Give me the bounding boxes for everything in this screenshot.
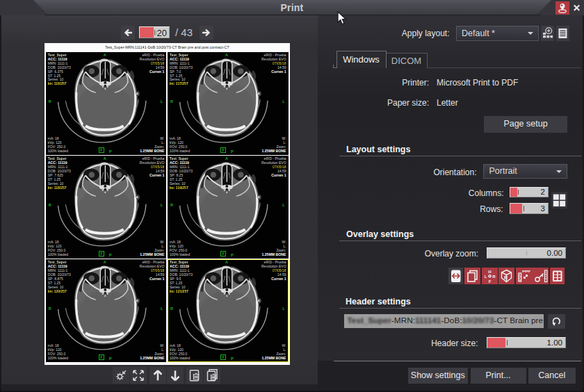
svg-text:H: H — [488, 270, 491, 274]
svg-text:R: R — [504, 275, 508, 280]
svg-text:L: L — [484, 274, 487, 278]
svg-text:F: F — [488, 279, 491, 283]
svg-text:R: R — [492, 274, 496, 278]
